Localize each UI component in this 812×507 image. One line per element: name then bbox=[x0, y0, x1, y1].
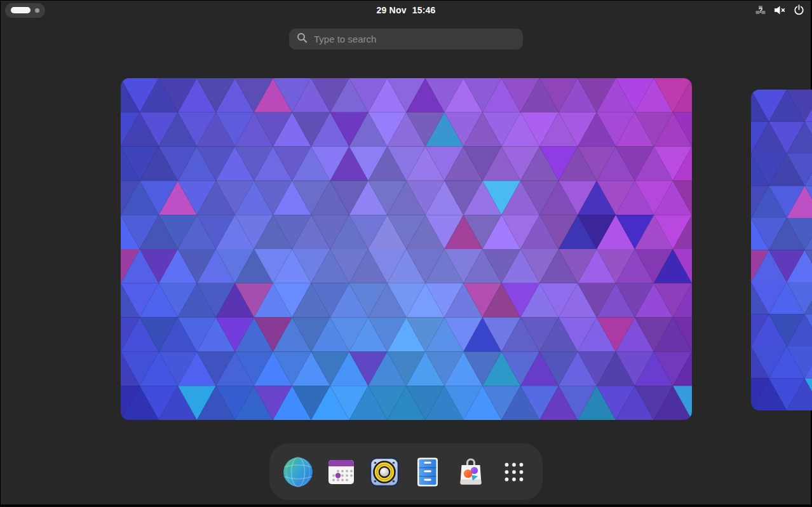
svg-text:?: ? bbox=[759, 6, 763, 13]
dock-app-web[interactable] bbox=[280, 454, 316, 490]
network-unknown-icon: ? bbox=[755, 4, 766, 16]
dock-app-software[interactable] bbox=[453, 454, 489, 490]
dock-app-show-apps[interactable] bbox=[496, 454, 532, 490]
clock-date: 29 Nov bbox=[377, 5, 407, 15]
volume-muted-icon bbox=[774, 5, 786, 15]
file-cabinet-icon bbox=[412, 457, 443, 487]
calendar-icon bbox=[326, 457, 356, 487]
workspace-indicator-active-pill bbox=[11, 7, 30, 13]
search-input[interactable] bbox=[314, 34, 515, 44]
dock-app-audio[interactable] bbox=[367, 454, 402, 490]
software-store-bag-icon bbox=[456, 457, 486, 487]
show-apps-grid-icon bbox=[499, 457, 529, 487]
dock-app-calendar[interactable] bbox=[323, 454, 359, 490]
workspace-preview-active[interactable] bbox=[121, 78, 692, 420]
search-bar bbox=[289, 29, 523, 50]
gnome-activities-overview: 29 Nov 15:46 ? bbox=[0, 0, 812, 507]
web-browser-globe-icon bbox=[283, 457, 313, 487]
speaker-audio-icon bbox=[369, 456, 400, 488]
workspace-indicator[interactable] bbox=[5, 3, 45, 18]
dash-dock bbox=[269, 443, 543, 500]
clock-time: 15:46 bbox=[412, 5, 436, 15]
system-status-area[interactable]: ? bbox=[755, 0, 807, 20]
workspace-preview-next[interactable] bbox=[751, 90, 812, 410]
workspace-indicator-dot bbox=[35, 8, 39, 13]
wallpaper-triangles bbox=[751, 90, 812, 410]
wallpaper-triangles bbox=[121, 78, 692, 420]
search-icon bbox=[297, 32, 308, 46]
clock-menu-button[interactable]: 29 Nov 15:46 bbox=[377, 0, 436, 20]
power-icon bbox=[794, 4, 804, 15]
top-bar: 29 Nov 15:46 ? bbox=[0, 0, 812, 20]
dock-app-files[interactable] bbox=[410, 454, 445, 490]
